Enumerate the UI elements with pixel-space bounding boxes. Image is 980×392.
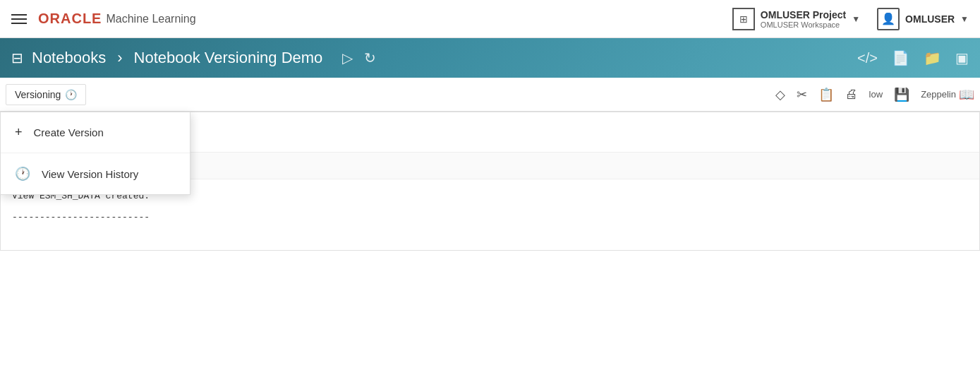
- versioning-button[interactable]: Versioning 🕐: [6, 84, 86, 105]
- save-button[interactable]: 💾: [894, 87, 909, 102]
- project-workspace: OMLUSER Workspace: [761, 20, 846, 29]
- notebook-right-actions: </> 📄 📁 ▣: [857, 49, 969, 66]
- project-details: OMLUSER Project OMLUSER Workspace: [761, 9, 846, 29]
- folder-button[interactable]: 📁: [924, 49, 941, 66]
- zeppelin-book-icon[interactable]: 📖: [959, 87, 974, 102]
- versioning-clock-icon: 🕐: [65, 89, 77, 100]
- history-clock-icon: 🕐: [15, 166, 30, 182]
- top-nav-left: ORACLE Machine Learning: [11, 11, 196, 27]
- notebooks-breadcrumb[interactable]: Notebooks: [32, 49, 106, 67]
- eraser-button[interactable]: ◇: [775, 87, 785, 102]
- level-label: low: [869, 89, 883, 100]
- copy-notebook-button[interactable]: 📋: [818, 87, 834, 102]
- notebook-icon: ⊟: [11, 49, 23, 66]
- oracle-logo: ORACLE Machine Learning: [38, 11, 196, 27]
- project-icon: ⊞: [732, 8, 755, 30]
- notebook-header-bar: ⊟ Notebooks › Notebook Versioning Demo ▷…: [0, 38, 980, 78]
- play-button[interactable]: ▷: [342, 49, 353, 66]
- hamburger-menu-button[interactable]: [11, 14, 27, 24]
- toolbar: Versioning 🕐 + Create Version 🕐 View Ver…: [0, 78, 980, 112]
- print-button[interactable]: 🖨: [845, 87, 858, 102]
- plus-icon: +: [15, 125, 23, 140]
- create-version-label: Create Version: [34, 126, 104, 138]
- layout-button[interactable]: ▣: [955, 49, 969, 66]
- scissors-button[interactable]: ✂: [797, 87, 807, 102]
- ml-brand-text: Machine Learning: [106, 13, 195, 25]
- user-avatar-icon: 👤: [877, 8, 900, 30]
- notebook-actions: ▷ ↻: [342, 49, 376, 66]
- view-version-history-label: View Version History: [42, 168, 138, 180]
- user-name-label: OMLUSER: [905, 13, 955, 25]
- view-version-history-item[interactable]: 🕐 View Version History: [1, 153, 190, 194]
- code-view-button[interactable]: </>: [857, 50, 878, 66]
- project-selector[interactable]: ⊞ OMLUSER Project OMLUSER Workspace ▼: [732, 8, 860, 30]
- refresh-button[interactable]: ↻: [364, 49, 376, 66]
- top-nav-right: ⊞ OMLUSER Project OMLUSER Workspace ▼ 👤 …: [732, 8, 969, 30]
- notebook-name: Notebook Versioning Demo: [134, 49, 323, 67]
- oracle-brand-text: ORACLE: [38, 11, 102, 27]
- versioning-dropdown-menu: + Create Version 🕐 View Version History: [0, 112, 190, 195]
- project-name: OMLUSER Project: [761, 9, 846, 20]
- toolbar-right-actions: ◇ ✂ 📋 🖨 low 💾 Zeppelin 📖: [775, 87, 974, 102]
- breadcrumb-separator: ›: [117, 49, 122, 67]
- zeppelin-label-text: Zeppelin: [921, 89, 956, 100]
- file-view-button[interactable]: 📄: [892, 49, 909, 66]
- user-chevron-icon: ▼: [960, 14, 969, 24]
- zeppelin-section: Zeppelin 📖: [921, 87, 974, 102]
- versioning-label: Versioning: [15, 89, 61, 100]
- output-line2: -------------------------: [12, 212, 968, 222]
- user-menu[interactable]: 👤 OMLUSER ▼: [877, 8, 969, 30]
- create-version-item[interactable]: + Create Version: [1, 112, 190, 153]
- project-chevron-icon: ▼: [852, 14, 860, 24]
- top-nav-bar: ORACLE Machine Learning ⊞ OMLUSER Projec…: [0, 0, 980, 38]
